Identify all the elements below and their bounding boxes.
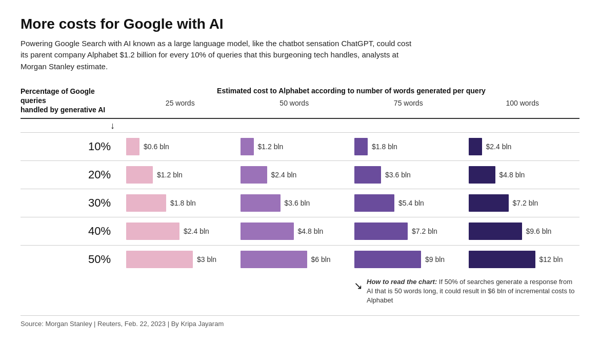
bar-4-0 bbox=[126, 251, 193, 268]
bar-0-3 bbox=[469, 138, 482, 155]
bar-4-1 bbox=[241, 251, 307, 268]
cell-0-2: $1.8 bln bbox=[351, 138, 466, 155]
cell-label-2-0: $1.8 bln bbox=[170, 199, 196, 207]
cell-label-2-3: $7.2 bln bbox=[513, 199, 538, 207]
bar-4-3 bbox=[469, 251, 535, 268]
col-header-1: 50 words bbox=[237, 99, 352, 107]
bar-3-0 bbox=[126, 223, 179, 240]
cell-label-2-1: $3.6 bln bbox=[285, 199, 310, 207]
cell-4-3: $12 bln bbox=[466, 251, 580, 268]
col-header-2: 75 words bbox=[351, 99, 466, 107]
bar-2-0 bbox=[126, 194, 166, 212]
bar-2-2 bbox=[354, 194, 394, 212]
table-row: 50%$3 bln$6 bln$9 bln$12 bln bbox=[21, 245, 579, 273]
row-label-0: 10% bbox=[21, 140, 123, 153]
cell-4-2: $9 bln bbox=[351, 251, 466, 268]
bar-0-2 bbox=[354, 138, 368, 155]
bar-1-3 bbox=[469, 166, 495, 184]
source-line: Source: Morgan Stanley | Reuters, Feb. 2… bbox=[21, 315, 579, 328]
cell-label-0-0: $0.6 bln bbox=[144, 143, 169, 151]
cell-1-2: $3.6 bln bbox=[351, 166, 466, 184]
bar-2-3 bbox=[469, 194, 509, 212]
row-label-header: Percentage of Google queries handled by … bbox=[21, 87, 123, 115]
cell-label-2-2: $5.4 bln bbox=[398, 199, 424, 207]
cell-3-1: $4.8 bln bbox=[237, 223, 352, 240]
cell-2-2: $5.4 bln bbox=[351, 194, 466, 212]
row-cells-3: $2.4 bln$4.8 bln$7.2 bln$9.6 bln bbox=[123, 223, 579, 240]
row-cells-0: $0.6 bln$1.2 bln$1.8 bln$2.4 bln bbox=[123, 138, 579, 155]
footnote-area: ↙ How to read the chart: If 50% of searc… bbox=[21, 277, 579, 306]
cell-label-1-0: $1.2 bln bbox=[157, 171, 183, 179]
bar-1-0 bbox=[126, 166, 153, 184]
bar-3-3 bbox=[469, 223, 522, 240]
bar-0-1 bbox=[241, 138, 254, 155]
cols-header-title: Estimated cost to Alphabet according to … bbox=[123, 87, 579, 95]
cell-label-4-0: $3 bln bbox=[197, 255, 216, 264]
chart-header: Percentage of Google queries handled by … bbox=[21, 87, 579, 119]
col-header-0: 25 words bbox=[123, 99, 237, 107]
cell-0-1: $1.2 bln bbox=[237, 138, 352, 155]
cell-label-3-3: $9.6 bln bbox=[526, 227, 552, 235]
footnote-arrow-icon: ↙ bbox=[354, 279, 363, 292]
page-title: More costs for Google with AI bbox=[21, 15, 579, 33]
table-row: 20%$1.2 bln$2.4 bln$3.6 bln$4.8 bln bbox=[21, 160, 579, 189]
cell-label-3-2: $7.2 bln bbox=[412, 227, 437, 235]
cell-3-2: $7.2 bln bbox=[351, 223, 466, 240]
cell-2-3: $7.2 bln bbox=[466, 194, 580, 212]
cell-label-4-2: $9 bln bbox=[425, 255, 445, 264]
cell-2-1: $3.6 bln bbox=[237, 194, 352, 212]
footnote-bold: How to read the chart: bbox=[367, 278, 437, 286]
cell-label-1-2: $3.6 bln bbox=[385, 171, 411, 179]
cell-3-0: $2.4 bln bbox=[123, 223, 237, 240]
cell-0-0: $0.6 bln bbox=[123, 138, 237, 155]
bar-0-0 bbox=[126, 138, 139, 155]
cell-2-0: $1.8 bln bbox=[123, 194, 237, 212]
cell-label-0-1: $1.2 bln bbox=[258, 143, 284, 151]
cell-label-1-1: $2.4 bln bbox=[271, 171, 297, 179]
table-row: 30%$1.8 bln$3.6 bln$5.4 bln$7.2 bln bbox=[21, 189, 579, 217]
bar-3-1 bbox=[241, 223, 294, 240]
arrow-label-area: ↓ bbox=[21, 121, 123, 130]
row-label-header-text2: handled by generative AI bbox=[21, 106, 105, 114]
cell-1-0: $1.2 bln bbox=[123, 166, 237, 184]
down-arrow-icon: ↓ bbox=[110, 121, 115, 130]
cell-1-3: $4.8 bln bbox=[466, 166, 580, 184]
table-row: 40%$2.4 bln$4.8 bln$7.2 bln$9.6 bln bbox=[21, 217, 579, 245]
footnote-box: ↙ How to read the chart: If 50% of searc… bbox=[349, 277, 579, 306]
cols-header-sub: 25 words50 words75 words100 words bbox=[123, 99, 579, 107]
row-label-2: 30% bbox=[21, 196, 123, 210]
bar-4-2 bbox=[354, 251, 421, 268]
row-cells-4: $3 bln$6 bln$9 bln$12 bln bbox=[123, 251, 579, 268]
cell-4-0: $3 bln bbox=[123, 251, 237, 268]
cell-label-1-3: $4.8 bln bbox=[499, 171, 525, 179]
table-row: 10%$0.6 bln$1.2 bln$1.8 bln$2.4 bln bbox=[21, 132, 579, 160]
cell-3-3: $9.6 bln bbox=[466, 223, 580, 240]
cell-label-3-1: $4.8 bln bbox=[298, 227, 324, 235]
bar-1-1 bbox=[241, 166, 267, 184]
data-rows-container: 10%$0.6 bln$1.2 bln$1.8 bln$2.4 bln20%$1… bbox=[21, 132, 579, 273]
bar-1-2 bbox=[354, 166, 381, 184]
row-label-3: 40% bbox=[21, 225, 123, 238]
cell-0-3: $2.4 bln bbox=[466, 138, 580, 155]
cell-1-1: $2.4 bln bbox=[237, 166, 352, 184]
subtitle-text: Powering Google Search with AI known as … bbox=[21, 38, 421, 73]
cell-label-4-3: $12 bln bbox=[539, 255, 563, 264]
cell-label-4-1: $6 bln bbox=[311, 255, 331, 264]
arrow-row: ↓ bbox=[21, 119, 579, 132]
row-cells-1: $1.2 bln$2.4 bln$3.6 bln$4.8 bln bbox=[123, 166, 579, 184]
cols-header: Estimated cost to Alphabet according to … bbox=[123, 87, 579, 107]
row-label-1: 20% bbox=[21, 168, 123, 181]
footnote-text: How to read the chart: If 50% of searche… bbox=[367, 277, 579, 306]
cell-4-1: $6 bln bbox=[237, 251, 352, 268]
bar-2-1 bbox=[241, 194, 281, 212]
cell-label-3-0: $2.4 bln bbox=[184, 227, 209, 235]
row-label-header-text: Percentage of Google queries bbox=[21, 87, 95, 105]
cell-label-0-2: $1.8 bln bbox=[372, 143, 397, 151]
chart-container: Percentage of Google queries handled by … bbox=[21, 87, 579, 305]
col-header-3: 100 words bbox=[466, 99, 580, 107]
bar-3-2 bbox=[354, 223, 408, 240]
cell-label-0-3: $2.4 bln bbox=[486, 143, 512, 151]
row-label-4: 50% bbox=[21, 253, 123, 266]
row-cells-2: $1.8 bln$3.6 bln$5.4 bln$7.2 bln bbox=[123, 194, 579, 212]
